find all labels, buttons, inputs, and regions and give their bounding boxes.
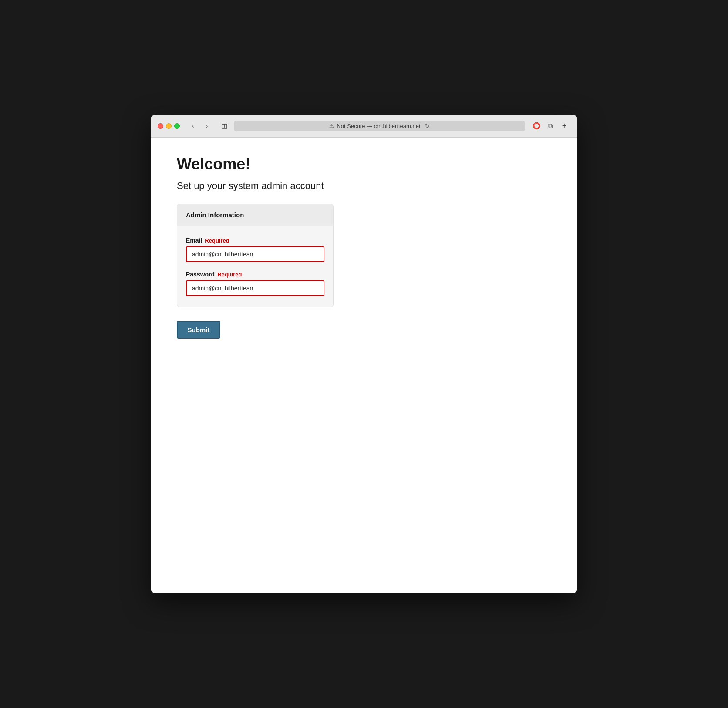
page-subtitle: Set up your system admin account <box>177 180 551 192</box>
tabs-button[interactable]: ⧉ <box>544 120 556 132</box>
address-bar[interactable]: ⚠ Not Secure — cm.hilbertteam.net ↻ <box>234 121 525 131</box>
email-required-badge: Required <box>205 237 229 244</box>
page-title: Welcome! <box>177 155 551 173</box>
browser-actions: ⭕ ⧉ + <box>530 120 570 132</box>
admin-card: Admin Information Email Required Passwor… <box>177 204 334 307</box>
reload-button[interactable]: ↻ <box>425 123 430 129</box>
sidebar-icon: ◫ <box>222 122 227 129</box>
tabs-icon: ⧉ <box>548 122 553 130</box>
back-button[interactable]: ‹ <box>187 120 199 132</box>
new-tab-icon: + <box>562 121 567 131</box>
maximize-button[interactable] <box>174 123 180 129</box>
forward-icon: › <box>206 122 208 129</box>
share-button[interactable]: ⭕ <box>530 120 543 132</box>
password-label-text: Password <box>186 271 215 278</box>
nav-buttons: ‹ › <box>187 120 213 132</box>
minimize-button[interactable] <box>166 123 172 129</box>
traffic-lights <box>158 123 180 129</box>
url-text: Not Secure — cm.hilbertteam.net <box>337 123 420 129</box>
password-input[interactable] <box>186 280 324 296</box>
forward-button[interactable]: › <box>201 120 213 132</box>
admin-card-title: Admin Information <box>186 211 244 219</box>
submit-button[interactable]: Submit <box>177 321 220 339</box>
password-form-group: Password Required <box>186 271 324 296</box>
email-input[interactable] <box>186 246 324 262</box>
email-label: Email Required <box>186 237 324 244</box>
admin-card-body: Email Required Password Required <box>177 226 333 307</box>
email-label-text: Email <box>186 237 202 244</box>
back-icon: ‹ <box>192 122 194 129</box>
not-secure-icon: ⚠ <box>329 123 334 129</box>
page-content: Welcome! Set up your system admin accoun… <box>151 138 577 573</box>
admin-card-header: Admin Information <box>177 204 333 226</box>
sidebar-button[interactable]: ◫ <box>218 120 230 132</box>
password-label: Password Required <box>186 271 324 278</box>
new-tab-button[interactable]: + <box>558 120 570 132</box>
browser-window: ‹ › ◫ ⚠ Not Secure — cm.hilbertteam.net … <box>151 115 577 593</box>
email-form-group: Email Required <box>186 237 324 262</box>
reload-icon: ↻ <box>425 123 430 129</box>
password-required-badge: Required <box>217 271 242 278</box>
share-icon: ⭕ <box>533 122 541 130</box>
close-button[interactable] <box>158 123 163 129</box>
browser-chrome: ‹ › ◫ ⚠ Not Secure — cm.hilbertteam.net … <box>151 115 577 138</box>
